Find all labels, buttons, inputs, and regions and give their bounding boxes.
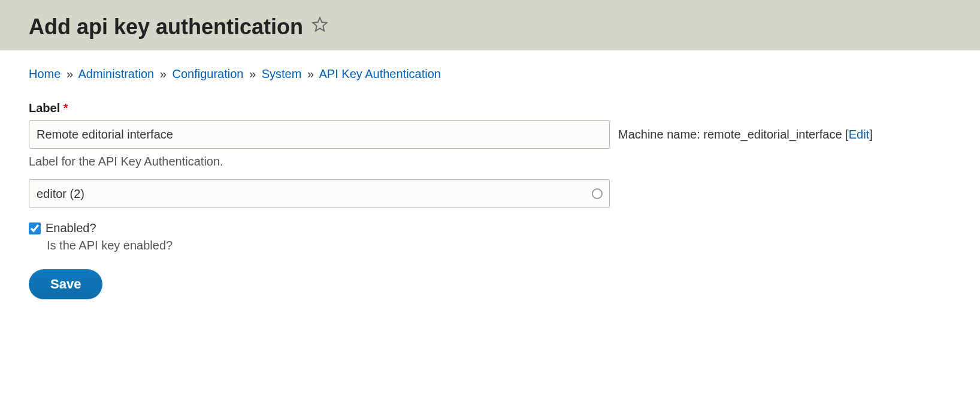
machine-name-value: remote_editorial_interface — [703, 128, 842, 141]
machine-name-edit-link[interactable]: Edit — [849, 128, 869, 141]
breadcrumb-link-home[interactable]: Home — [29, 67, 61, 80]
machine-name: Machine name: remote_editorial_interface… — [618, 128, 873, 142]
label-description: Label for the API Key Authentication. — [29, 155, 951, 169]
page-title: Add api key authentication — [29, 14, 303, 40]
svg-marker-0 — [313, 17, 327, 31]
label-field-label-row: Label * — [29, 101, 951, 115]
breadcrumb-link-api-key-auth[interactable]: API Key Authentication — [319, 67, 441, 80]
breadcrumb-separator: » — [249, 67, 256, 80]
breadcrumb-separator: » — [160, 67, 167, 80]
user-select-container — [29, 179, 610, 208]
label-input-row: Machine name: remote_editorial_interface… — [29, 120, 951, 149]
label-field-group: Label * Machine name: remote_editorial_i… — [29, 101, 951, 169]
machine-name-edit-bracket-close: ] — [869, 128, 873, 141]
breadcrumb-link-configuration[interactable]: Configuration — [172, 67, 243, 80]
breadcrumb-link-administration[interactable]: Administration — [78, 67, 155, 80]
required-marker: * — [63, 101, 68, 115]
header-bar: Add api key authentication — [0, 0, 980, 50]
star-icon[interactable] — [311, 16, 328, 33]
breadcrumb-separator: » — [66, 67, 73, 80]
enabled-checkbox-label: Enabled? — [46, 221, 96, 235]
machine-name-prefix: Machine name: — [618, 128, 703, 141]
breadcrumb-separator: » — [307, 67, 314, 80]
save-button[interactable]: Save — [29, 269, 102, 299]
breadcrumb-link-system[interactable]: System — [262, 67, 302, 80]
breadcrumb: Home » Administration » Configuration » … — [29, 67, 951, 81]
label-field-label: Label — [29, 101, 60, 115]
enabled-checkbox-row: Enabled? — [29, 221, 951, 235]
circle-icon[interactable] — [592, 188, 603, 199]
user-select[interactable] — [29, 179, 610, 208]
enabled-description: Is the API key enabled? — [47, 239, 951, 252]
enabled-checkbox[interactable] — [29, 222, 41, 234]
label-input[interactable] — [29, 120, 610, 149]
content: Home » Administration » Configuration » … — [0, 50, 980, 323]
